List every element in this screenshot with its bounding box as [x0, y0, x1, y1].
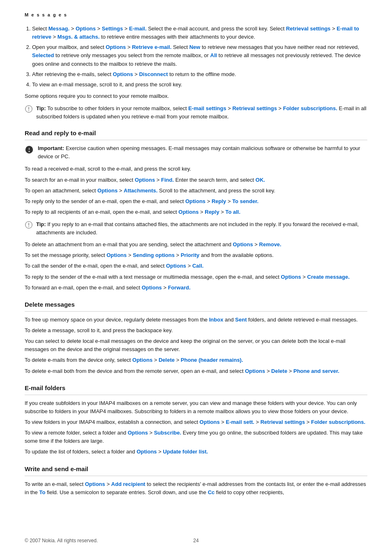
msgs-attachs-link[interactable]: Msgs. & attachs.: [58, 34, 100, 40]
retrieval-settings-link2[interactable]: Retrieval settings: [232, 105, 277, 111]
para-free-memory: To free up memory space on your device, …: [25, 316, 367, 324]
para-forward: To forward an e-mail, open the e-mail, a…: [25, 284, 367, 292]
para-update-folders: To update the list of folders, select a …: [25, 448, 367, 456]
tip-icon-2: [25, 221, 33, 230]
copyright: © 2007 Nokia. All rights reserved.: [25, 538, 98, 543]
para-folders-intro: If you create subfolders in your IMAP4 m…: [25, 399, 367, 416]
cc-field-link[interactable]: Cc: [208, 489, 215, 495]
sending-options-link[interactable]: Sending options: [133, 252, 175, 258]
para-delete-both: To delete e-mail both from the device an…: [25, 367, 367, 375]
para-read: To read a received e-mail, scroll to the…: [25, 165, 367, 173]
options-reply2[interactable]: Options: [178, 209, 198, 215]
list-item: Select Messag. > Options > Settings > E-…: [32, 25, 367, 41]
to-sender-link[interactable]: To sender.: [232, 198, 258, 204]
update-folder-list-link[interactable]: Update folder list.: [163, 449, 208, 455]
to-all-link[interactable]: To all.: [225, 209, 240, 215]
find-link[interactable]: Find.: [161, 177, 174, 183]
para-attachment: To open an attachment, select Options > …: [25, 187, 367, 195]
important-icon: [25, 145, 34, 155]
retrieval-settings-link3[interactable]: Retrieval settings: [261, 419, 305, 425]
list-item: After retrieving the e-mails, select Opt…: [32, 70, 367, 79]
retrieval-settings-link[interactable]: Retrieval settings: [286, 25, 330, 32]
phone-and-server-link[interactable]: Phone and server.: [293, 368, 339, 374]
options-create[interactable]: Options: [281, 274, 301, 280]
para-reply-all: To reply to all recipients of an e-mail,…: [25, 208, 367, 216]
disconnect-link[interactable]: Disconnect: [139, 71, 168, 77]
section-title-write: Write and send e-mail: [25, 465, 367, 472]
options-attach[interactable]: Options: [97, 187, 118, 194]
para-priority: To set the message priority, select Opti…: [25, 251, 367, 259]
delete-link1[interactable]: Delete: [159, 357, 175, 363]
list-item: Open your mailbox, and select Options > …: [32, 43, 367, 68]
delete-link2[interactable]: Delete: [271, 368, 287, 374]
important-box: Important: Exercise caution when opening…: [25, 144, 367, 161]
options-remove[interactable]: Options: [233, 241, 253, 247]
call-link[interactable]: Call.: [192, 263, 203, 269]
para-delete-device: To delete e-mails from the device only, …: [25, 356, 367, 364]
forward-link[interactable]: Forward.: [168, 284, 191, 291]
options-forward[interactable]: Options: [142, 284, 162, 291]
tip-icon: [25, 105, 33, 114]
options-sending[interactable]: Options: [106, 252, 127, 258]
svg-line-23: [26, 227, 27, 227]
phone-header-link[interactable]: Phone (header remains).: [181, 357, 243, 363]
options-email-sett[interactable]: Options: [200, 419, 220, 425]
priority-link[interactable]: Priority: [181, 252, 200, 258]
new-link[interactable]: New: [189, 44, 201, 50]
add-recipient-link[interactable]: Add recipient: [111, 481, 145, 487]
svg-line-10: [26, 111, 27, 111]
para-delete-attach: To delete an attachment from an e-mail t…: [25, 240, 367, 249]
options-delete2[interactable]: Options: [245, 368, 265, 374]
intro-tip-prefix: Some options require you to connect to y…: [25, 92, 367, 100]
tip-box-reply: Tip: If you reply to an e-mail that cont…: [25, 220, 367, 236]
inbox-link[interactable]: Inbox: [209, 317, 224, 323]
options-link[interactable]: Options: [76, 25, 96, 32]
options-update[interactable]: Options: [136, 449, 157, 455]
svg-line-22: [31, 222, 31, 223]
options-subscribe[interactable]: Options: [128, 430, 148, 436]
email-link[interactable]: E-mail.: [129, 25, 147, 32]
list-item: To view an e-mail message, scroll to it,…: [32, 81, 367, 89]
para-delete-msg: To delete a message, scroll to it, and p…: [25, 326, 367, 335]
all-link[interactable]: All: [210, 52, 217, 58]
options-delete1[interactable]: Options: [132, 357, 152, 363]
folder-subscriptions-link[interactable]: Folder subscriptions.: [283, 105, 337, 111]
to-field-link[interactable]: To: [39, 489, 45, 495]
create-message-link[interactable]: Create message.: [307, 274, 350, 280]
svg-line-8: [31, 111, 31, 111]
remove-link[interactable]: Remove.: [259, 241, 281, 247]
reply-link1[interactable]: Reply: [212, 198, 226, 204]
para-write-email: To write an e-mail, select Options > Add…: [25, 480, 367, 497]
options-add-recipient[interactable]: Options: [85, 481, 105, 487]
sent-link[interactable]: Sent: [235, 317, 247, 323]
svg-line-21: [31, 227, 31, 227]
selected-link[interactable]: Selected: [32, 52, 54, 58]
page-number: 24: [193, 538, 198, 543]
options-call[interactable]: Options: [166, 263, 186, 269]
email-sett-link[interactable]: E-mail sett.: [226, 419, 254, 425]
para-create-msg: To reply to the sender of the e-mail wit…: [25, 273, 367, 281]
svg-point-15: [28, 226, 29, 227]
options-link3[interactable]: Options: [113, 71, 133, 77]
tip-text-intro: Tip: To subscribe to other folders in yo…: [36, 104, 367, 120]
options-search[interactable]: Options: [135, 177, 155, 183]
tip-text-reply: Tip: If you reply to an e-mail that cont…: [36, 220, 367, 236]
section-title-delete: Delete messages: [25, 301, 367, 308]
folder-subscriptions-link2[interactable]: Folder subscriptions.: [311, 419, 365, 425]
intro-list: Select Messag. > Options > Settings > E-…: [32, 25, 367, 89]
ok-link[interactable]: OK.: [256, 177, 265, 183]
email-settings-link[interactable]: E-mail settings: [188, 105, 226, 111]
options-reply1[interactable]: Options: [185, 198, 205, 204]
retrieve-email-link[interactable]: Retrieve e-mail.: [132, 44, 171, 50]
options-link2[interactable]: Options: [106, 44, 126, 50]
messag-link[interactable]: Messag.: [48, 25, 69, 32]
para-search: To search for an e-mail in your mailbox,…: [25, 176, 367, 184]
section-divider: [25, 140, 367, 140]
svg-line-9: [31, 106, 31, 107]
para-call: To call the sender of the e-mail, open t…: [25, 262, 367, 270]
settings-link[interactable]: Settings: [102, 25, 123, 32]
reply-link2[interactable]: Reply: [205, 209, 219, 215]
important-text: Important: Exercise caution when opening…: [38, 144, 367, 161]
subscribe-link[interactable]: Subscribe.: [154, 430, 181, 436]
attachments-link[interactable]: Attachments.: [124, 187, 157, 194]
